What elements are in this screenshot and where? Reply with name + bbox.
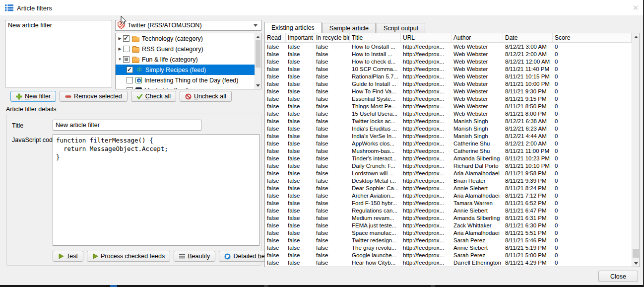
table-cell: Tinder's interact...: [350, 155, 401, 162]
tree-item-feed[interactable]: Interesting Thing of the Day (feed): [116, 75, 255, 85]
table-row[interactable]: falsefalsefalse15 Useful Usera...http://…: [265, 110, 632, 118]
tree-item-label: Interesting Thing of the Day (feed): [144, 77, 238, 84]
column-header-important[interactable]: Important: [286, 33, 314, 42]
tree-scrollbar[interactable]: [255, 33, 261, 89]
expand-arrow-icon[interactable]: ▶: [117, 47, 123, 51]
table-row[interactable]: falsefalsefalseDaily Crunch: F...http://…: [265, 162, 632, 170]
table-row[interactable]: falsefalsefalse10 SCP Comma...http://fee…: [265, 66, 632, 73]
close-icon[interactable]: ✕: [630, 2, 641, 13]
table-cell: false: [314, 177, 350, 185]
table-row[interactable]: falsefalsefalseTwitter redesign...http:/…: [265, 237, 632, 244]
table-row[interactable]: falsefalsefalseRegulations can...http://…: [265, 207, 632, 215]
expand-arrow-icon[interactable]: ▶: [117, 36, 123, 41]
table-cell: false: [314, 259, 350, 267]
feeds-tree[interactable]: ▶Technology (category)▶RSS Guard (catego…: [115, 33, 261, 89]
table-row[interactable]: falsefalsefalseDear Sophie: Ca...http://…: [265, 185, 632, 192]
checkbox[interactable]: [123, 46, 129, 52]
process-checked-feeds-button[interactable]: Process checked feeds: [87, 251, 170, 262]
table-row[interactable]: falsefalsefalseTwitter locks ac...http:/…: [265, 118, 632, 125]
table-cell: false: [286, 259, 314, 267]
table-row[interactable]: falsefalsefalseDesktop Metal i...http://…: [265, 177, 632, 185]
table-row[interactable]: falsefalsefalseFord F-150 hybr...http://…: [265, 200, 632, 207]
table-cell: false: [265, 51, 286, 58]
table-row[interactable]: falsefalsefalseLordstown will ...http://…: [265, 170, 632, 177]
scroll-down-icon[interactable]: [632, 260, 640, 267]
table-cell: Web Webster: [451, 110, 503, 118]
table-row[interactable]: falsefalsefalseThings Most Pe...http://f…: [265, 103, 632, 110]
table-cell: false: [286, 58, 314, 66]
table-cell: http://feedprox...: [401, 140, 451, 147]
column-header-author[interactable]: Author: [451, 33, 503, 42]
table-row[interactable]: falsefalsefalseIndia's VerSe In...http:/…: [265, 133, 632, 140]
tree-item-feed[interactable]: Mashable (feed): [116, 85, 255, 89]
table-row[interactable]: falsefalsefalseSpace manufac...http://fe…: [265, 229, 632, 237]
table-cell: 0: [553, 162, 632, 170]
table-row[interactable]: falsefalsefalseMushroom-bas...http://fee…: [265, 147, 632, 155]
checkbox[interactable]: [123, 56, 129, 63]
table-cell: false: [314, 192, 350, 200]
table-row[interactable]: falsefalsefalseFEMA just teste...http://…: [265, 222, 632, 229]
table-cell: 8/11/21 6:31 PM: [503, 215, 553, 222]
table-cell: Aria Alamalhodaei: [451, 229, 503, 237]
column-header-score[interactable]: Score: [553, 33, 632, 42]
scrollbar-thumb[interactable]: [633, 249, 639, 258]
table-row[interactable]: falsefalsefalseGoogle launche...http://f…: [265, 252, 632, 259]
tree-item-category[interactable]: ▶RSS Guard (category): [116, 44, 255, 54]
checkbox[interactable]: [127, 87, 133, 89]
column-header-in-recycle-bin[interactable]: In recycle bin: [314, 33, 350, 42]
tree-item-category[interactable]: ▼Fun & life (category): [116, 54, 255, 65]
remove-selected-button[interactable]: Remove selected: [60, 91, 128, 102]
tree-item-category[interactable]: ▶Technology (category): [116, 33, 255, 44]
table-row[interactable]: falsefalsefalseTinder's interact...http:…: [265, 155, 632, 162]
scrollbar-thumb[interactable]: [256, 40, 260, 68]
table-row[interactable]: falsefalsefalseHear how Cityb...http://f…: [265, 259, 632, 267]
tree-item-feed[interactable]: Simply Recipes (feed): [116, 65, 255, 75]
tab-sample-article[interactable]: Sample article: [322, 23, 376, 33]
column-header-title[interactable]: Title: [350, 33, 401, 42]
beautify-button[interactable]: Beautify: [174, 251, 215, 262]
title-input[interactable]: [53, 120, 201, 131]
column-header-date[interactable]: Date: [503, 33, 553, 42]
table-row[interactable]: falsefalsefalseHow to check d...http://f…: [265, 58, 632, 66]
table-cell: false: [314, 133, 350, 140]
checkbox[interactable]: [123, 35, 129, 42]
scroll-up-icon[interactable]: [255, 33, 261, 40]
table-cell: 8/11/21 9:39 PM: [503, 177, 553, 185]
table-row[interactable]: falsefalsefalseAppWorks clos...http://fe…: [265, 140, 632, 147]
filter-list-item[interactable]: New article filter: [5, 20, 112, 30]
collapse-arrow-icon[interactable]: ▼: [117, 57, 123, 62]
table-row[interactable]: falsefalsefalseThe gray revolu...http://…: [265, 244, 632, 252]
table-cell: false: [265, 177, 286, 185]
table-row[interactable]: falsefalsefalseGuide to Install ...http:…: [265, 80, 632, 88]
details-buttons-row: Test Process checked feeds Beautify Deta…: [53, 251, 275, 262]
table-row[interactable]: falsefalsefalseMedium revam...http://fee…: [265, 215, 632, 222]
table-cell: false: [265, 200, 286, 207]
tab-script-output[interactable]: Script output: [377, 23, 425, 33]
javascript-code-editor[interactable]: function filterMessage() { return Messag…: [53, 134, 259, 246]
table-row[interactable]: falsefalsefalseEssential Syste...http://…: [265, 95, 632, 103]
table-row[interactable]: falsefalsefalseArcher Aviation...http://…: [265, 192, 632, 200]
uncheck-all-button[interactable]: Uncheck all: [180, 91, 232, 102]
table-cell: http://feedprox...: [401, 147, 451, 155]
account-dropdown[interactable]: Twitter (RSS/ATOM/JSON): [115, 20, 261, 31]
table-row[interactable]: falsefalsefalseIndia's Eruditus ...http:…: [265, 125, 632, 133]
checkbox[interactable]: [127, 67, 133, 73]
table-row[interactable]: falsefalsefalseHow to Install ...http://…: [265, 51, 632, 58]
table-row[interactable]: falsefalsefalseRationalPlan 5.7...http:/…: [265, 73, 632, 80]
tab-existing-articles[interactable]: Existing articles: [264, 22, 322, 33]
article-filters-list[interactable]: New article filter: [5, 20, 112, 87]
table-cell: 8/11/21 6:52 PM: [503, 200, 553, 207]
column-header-read[interactable]: Read: [265, 33, 286, 42]
scroll-down-icon[interactable]: [255, 82, 261, 89]
close-button[interactable]: Close: [598, 271, 638, 282]
table-row[interactable]: falsefalsefalseHow to Onstall ...http://…: [265, 43, 632, 51]
table-row[interactable]: falsefalsefalseHow To Find Va...http://f…: [265, 88, 632, 95]
checkbox[interactable]: [127, 77, 133, 83]
table-cell: 0: [553, 95, 632, 103]
column-header-url[interactable]: URL: [401, 33, 451, 42]
new-filter-button[interactable]: New filter: [10, 91, 56, 102]
check-all-button[interactable]: Check all: [131, 91, 176, 102]
scroll-up-icon[interactable]: [632, 33, 640, 40]
articles-scrollbar[interactable]: [632, 33, 640, 267]
test-button[interactable]: Test: [53, 251, 83, 262]
